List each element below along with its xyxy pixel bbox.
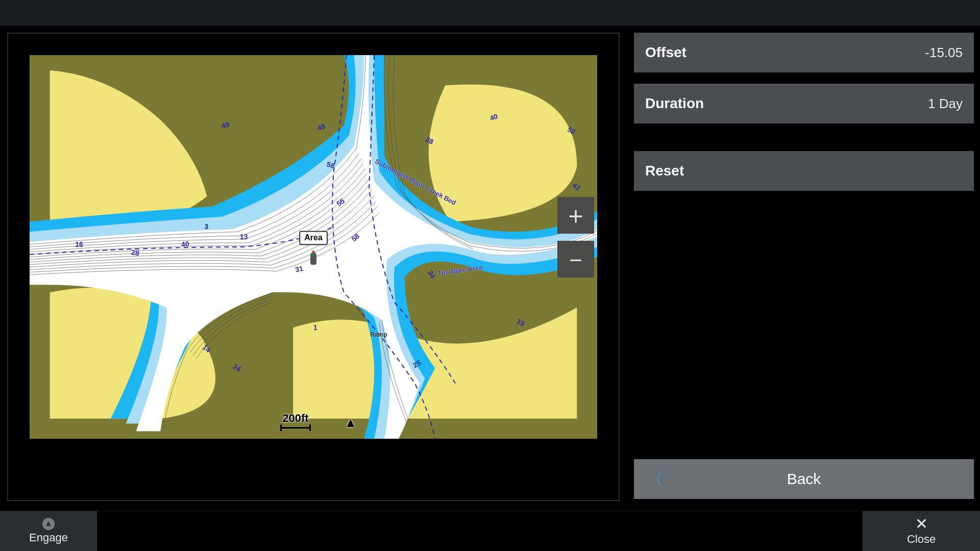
zoom-in-button[interactable]: ＋ xyxy=(557,197,594,234)
svg-text:40: 40 xyxy=(181,239,190,248)
svg-text:31: 31 xyxy=(295,264,304,273)
engage-label: Engage xyxy=(29,531,68,544)
chevron-left-icon: 〈 xyxy=(645,467,664,492)
bottom-bar: Engage ✕ Close xyxy=(0,511,980,551)
engage-icon xyxy=(42,518,55,530)
reset-label: Reset xyxy=(645,163,684,179)
back-label: Back xyxy=(787,470,821,488)
boat-icon xyxy=(309,252,318,266)
svg-text:16: 16 xyxy=(75,240,83,248)
close-button[interactable]: ✕ Close xyxy=(863,511,980,551)
svg-text:3: 3 xyxy=(205,222,209,231)
duration-row[interactable]: Duration 1 Day xyxy=(634,84,974,123)
scale-bar: 200ft xyxy=(280,412,311,429)
offset-row[interactable]: Offset -15.05 xyxy=(634,33,974,72)
chart-label-ramp: Ramp xyxy=(370,331,387,338)
chart-svg: 49 49 58 55 58 28 40 52 42 16 28 40 3 13… xyxy=(30,55,597,439)
settings-sidebar: Offset -15.05 Duration 1 Day Reset 〈 Bac… xyxy=(620,27,980,506)
top-bar xyxy=(0,0,980,27)
duration-label: Duration xyxy=(645,95,704,112)
svg-text:13: 13 xyxy=(240,233,248,241)
reset-button[interactable]: Reset xyxy=(634,151,974,191)
scale-label: 200ft xyxy=(282,412,308,424)
chart-panel[interactable]: 49 49 58 55 58 28 40 52 42 16 28 40 3 13… xyxy=(7,33,620,501)
zoom-out-button[interactable]: － xyxy=(557,241,594,278)
minus-icon: － xyxy=(564,247,588,271)
svg-text:1: 1 xyxy=(313,323,317,332)
duration-value: 1 Day xyxy=(928,96,963,112)
offset-label: Offset xyxy=(645,44,687,61)
close-icon: ✕ xyxy=(915,516,928,532)
offset-value: -15.05 xyxy=(925,45,963,61)
chart-canvas[interactable]: 49 49 58 55 58 28 40 52 42 16 28 40 3 13… xyxy=(30,55,597,439)
plus-icon: ＋ xyxy=(564,203,588,228)
area-marker-label[interactable]: Area xyxy=(300,231,327,244)
svg-text:28: 28 xyxy=(131,248,140,257)
back-button[interactable]: 〈 Back xyxy=(634,459,974,499)
engage-button[interactable]: Engage xyxy=(0,511,97,551)
north-arrow-icon: ▲ xyxy=(344,415,357,431)
close-label: Close xyxy=(907,533,936,546)
